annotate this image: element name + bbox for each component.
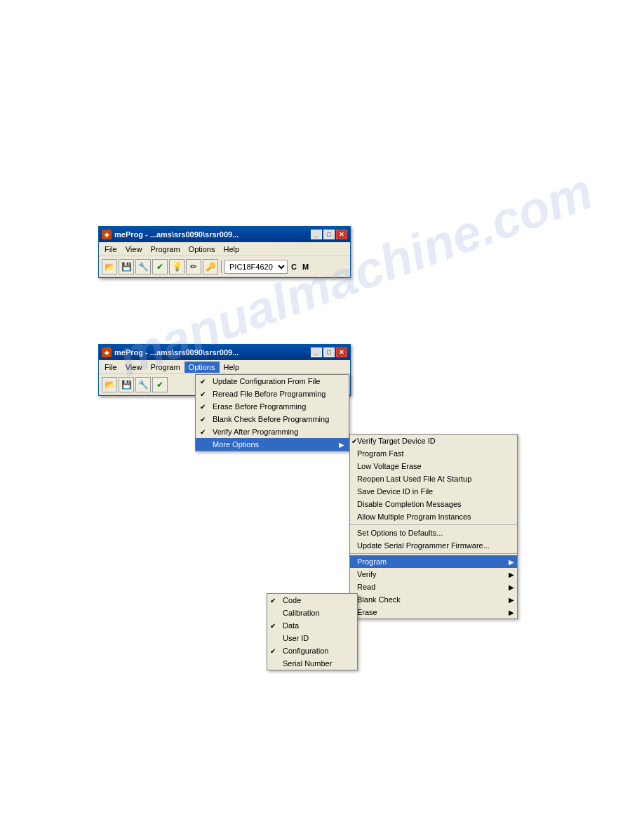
window-1: ◆ meProg - ...ams\srs0090\srsr009... _ □… bbox=[98, 226, 351, 278]
menu-program-1[interactable]: Program bbox=[146, 244, 184, 255]
menubar-1: File View Program Options Help bbox=[99, 242, 350, 256]
toolbar-save-btn[interactable]: 💾 bbox=[119, 259, 134, 274]
sub-read[interactable]: Read ▶ bbox=[350, 581, 517, 593]
update-config-label: Update Configuration From File bbox=[213, 377, 320, 385]
code-data[interactable]: ✔ Data bbox=[267, 619, 357, 632]
sub-save-device-id[interactable]: Save Device ID in File bbox=[350, 485, 517, 498]
program-fast-label: Program Fast bbox=[357, 449, 404, 458]
title-2: meProg - ...ams\srs0090\srsr009... bbox=[114, 348, 311, 357]
verify-after-label: Verify After Programming bbox=[213, 428, 298, 436]
set-defaults-label: Set Options to Defaults... bbox=[357, 529, 443, 537]
window-controls-2: _ □ ✕ bbox=[311, 348, 347, 357]
check-update-config: ✔ bbox=[200, 378, 206, 385]
folder-icon: 📂 bbox=[105, 262, 115, 272]
folder-icon-2: 📂 bbox=[105, 380, 115, 390]
toolbar-verify-btn[interactable]: ✔ bbox=[152, 259, 168, 274]
minimize-btn-2[interactable]: _ bbox=[311, 348, 322, 357]
sub-blank-check[interactable]: Blank Check ▶ bbox=[350, 593, 517, 606]
program-arrow: ▶ bbox=[509, 558, 514, 566]
check-data: ✔ bbox=[270, 622, 276, 630]
restore-btn-1[interactable]: □ bbox=[323, 230, 335, 239]
toolbar-key-btn[interactable]: 🔑 bbox=[203, 259, 218, 274]
sub-program-fast[interactable]: Program Fast bbox=[350, 447, 517, 460]
sub-erase[interactable]: Erase ▶ bbox=[350, 606, 517, 618]
sub-reopen-file[interactable]: Reopen Last Used File At Startup bbox=[350, 472, 517, 485]
userid-label: User ID bbox=[283, 634, 309, 642]
checkmark-icon-2: ✔ bbox=[156, 380, 163, 390]
blank-check-label: Blank Check Before Programming bbox=[213, 415, 329, 423]
option-reread-file[interactable]: ✔ Reread File Before Programming bbox=[196, 388, 349, 400]
more-options-submenu: ✔ Verify Target Device ID Program Fast L… bbox=[349, 434, 518, 619]
read-label: Read bbox=[357, 583, 375, 591]
sub-allow-multiple[interactable]: Allow Multiple Program Instances bbox=[350, 510, 517, 523]
sub-verify-target[interactable]: ✔ Verify Target Device ID bbox=[350, 435, 517, 447]
toolbar-verify-btn-2[interactable]: ✔ bbox=[152, 377, 168, 392]
menu-file-1[interactable]: File bbox=[100, 244, 121, 255]
sub-program[interactable]: Program ▶ bbox=[350, 555, 517, 568]
window-controls-1: _ □ ✕ bbox=[311, 230, 347, 239]
toolbar-m-label: M bbox=[302, 263, 309, 271]
menu-options-2[interactable]: Options bbox=[185, 362, 220, 373]
disable-completion-label: Disable Completion Messages bbox=[357, 500, 462, 508]
check-verify-after: ✔ bbox=[200, 428, 206, 436]
menu-view-1[interactable]: View bbox=[121, 244, 147, 255]
check-configuration: ✔ bbox=[270, 647, 276, 655]
option-erase-before[interactable]: ✔ Erase Before Programming bbox=[196, 400, 349, 413]
code-configuration[interactable]: ✔ Configuration bbox=[267, 644, 357, 657]
toolbar-config-btn-2[interactable]: 🔧 bbox=[135, 377, 151, 392]
code-serial-number[interactable]: Serial Number bbox=[267, 657, 357, 670]
menu-help-1[interactable]: Help bbox=[220, 244, 244, 255]
code-code[interactable]: ✔ Code bbox=[267, 594, 357, 607]
sub-disable-completion[interactable]: Disable Completion Messages bbox=[350, 498, 517, 510]
program-label: Program bbox=[357, 557, 387, 566]
menu-options-1[interactable]: Options bbox=[185, 244, 220, 255]
data-label: Data bbox=[283, 621, 299, 630]
sub-verify[interactable]: Verify ▶ bbox=[350, 568, 517, 581]
check-erase-before: ✔ bbox=[200, 403, 206, 411]
save-device-id-label: Save Device ID in File bbox=[357, 487, 433, 496]
verify-label: Verify bbox=[357, 570, 377, 578]
verify-arrow: ▶ bbox=[509, 571, 514, 578]
device-selector[interactable]: PIC18F4620 bbox=[224, 260, 288, 274]
option-verify-after[interactable]: ✔ Verify After Programming bbox=[196, 425, 349, 438]
app-icon-1: ◆ bbox=[102, 230, 112, 239]
code-submenu: ✔ Code Calibration ✔ Data User ID ✔ Conf… bbox=[267, 593, 358, 670]
option-blank-check[interactable]: ✔ Blank Check Before Programming bbox=[196, 413, 349, 425]
minimize-btn-1[interactable]: _ bbox=[311, 230, 322, 239]
sub-update-firmware[interactable]: Update Serial Programmer Firmware... bbox=[350, 539, 517, 552]
options-dropdown: ✔ Update Configuration From File ✔ Rerea… bbox=[195, 374, 349, 451]
code-calibration[interactable]: Calibration bbox=[267, 607, 357, 619]
toolbar-edit-btn[interactable]: ✏ bbox=[186, 259, 201, 274]
blank-check-arrow: ▶ bbox=[509, 596, 514, 604]
submenu-sep-2 bbox=[350, 553, 517, 554]
title-1: meProg - ...ams\srs0090\srsr009... bbox=[114, 230, 311, 239]
toolbar-save-btn-2[interactable]: 💾 bbox=[119, 377, 134, 392]
close-btn-1[interactable]: ✕ bbox=[336, 230, 347, 239]
titlebar-1: ◆ meProg - ...ams\srs0090\srsr009... _ □… bbox=[99, 227, 350, 242]
menu-file-2[interactable]: File bbox=[100, 362, 121, 373]
menubar-2: File View Program Options Help bbox=[99, 360, 350, 374]
menu-help-2[interactable]: Help bbox=[220, 362, 244, 373]
toolbar-1: 📂 💾 🔧 ✔ 💡 ✏ 🔑 PIC18F4620 C M bbox=[99, 256, 350, 277]
save-icon-2: 💾 bbox=[121, 380, 132, 390]
code-label: Code bbox=[283, 596, 301, 604]
check-verify-target: ✔ bbox=[351, 437, 357, 445]
toolbar-open-btn[interactable]: 📂 bbox=[102, 259, 117, 274]
code-userid[interactable]: User ID bbox=[267, 632, 357, 644]
key-icon: 🔑 bbox=[206, 262, 216, 272]
close-btn-2[interactable]: ✕ bbox=[336, 348, 347, 357]
menu-view-2[interactable]: View bbox=[121, 362, 147, 373]
sub-low-voltage[interactable]: Low Voltage Erase bbox=[350, 460, 517, 472]
option-update-config[interactable]: ✔ Update Configuration From File bbox=[196, 375, 349, 388]
toolbar-open-btn-2[interactable]: 📂 bbox=[102, 377, 117, 392]
config-icon-2: 🔧 bbox=[138, 380, 149, 390]
read-arrow: ▶ bbox=[509, 583, 514, 591]
toolbar-light-btn[interactable]: 💡 bbox=[169, 259, 185, 274]
restore-btn-2[interactable]: □ bbox=[323, 348, 335, 357]
check-code: ✔ bbox=[270, 597, 276, 604]
erase-arrow: ▶ bbox=[509, 609, 514, 616]
sub-set-defaults[interactable]: Set Options to Defaults... bbox=[350, 527, 517, 539]
toolbar-config-btn[interactable]: 🔧 bbox=[135, 259, 151, 274]
option-more-options[interactable]: More Options ▶ bbox=[196, 438, 349, 451]
menu-program-2[interactable]: Program bbox=[146, 362, 184, 373]
